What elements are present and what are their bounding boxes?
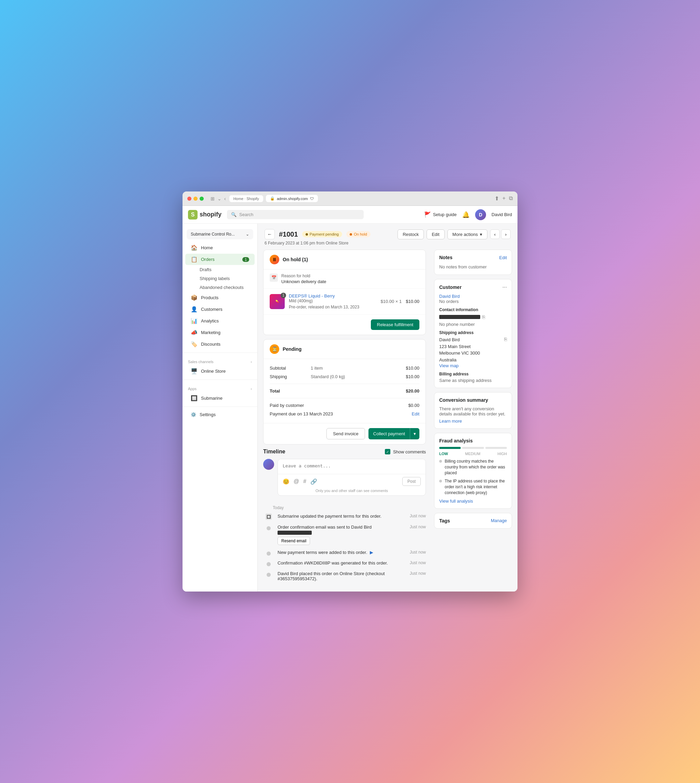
timeline-header: Timeline ✓ Show comments [263, 449, 426, 455]
event-content-1: Submarine updated the payment terms for … [278, 514, 426, 519]
sidebar-item-settings[interactable]: ⚙️ Settings [185, 410, 255, 419]
collect-payment-button[interactable]: Collect payment ▾ [368, 428, 419, 439]
search-bar[interactable]: 🔍 Search [227, 210, 364, 219]
comment-input[interactable] [278, 459, 425, 472]
sidebar-item-marketing[interactable]: 📣 Marketing [185, 327, 255, 338]
customer-more-icon[interactable]: ··· [502, 284, 507, 290]
view-map-link[interactable]: View map [439, 363, 507, 368]
active-tab[interactable]: 🔒 admin.shopify.com 🛡 [266, 195, 318, 202]
sidebar-item-shipping-labels[interactable]: Shipping labels [185, 274, 255, 283]
pending-body: Subtotal 1 item $10.00 Shipping Standard… [263, 359, 425, 423]
minimize-dot[interactable] [193, 197, 198, 201]
sidebar-item-customers[interactable]: 👤 Customers [185, 304, 255, 315]
chevron-down-icon[interactable]: ⌄ [217, 196, 222, 201]
browser-url-bar: Home · Shopify 🔒 admin.shopify.com 🛡 [229, 195, 491, 202]
back-icon[interactable]: ‹ [224, 196, 226, 201]
fraud-label-medium: MEDIUM [465, 452, 480, 456]
avatar[interactable]: D [475, 209, 486, 220]
post-button[interactable]: Post [402, 477, 421, 486]
show-comments-toggle[interactable]: ✓ Show comments [385, 449, 426, 454]
manage-tags-link[interactable]: Manage [491, 518, 507, 523]
expand-icon-apps[interactable]: › [250, 387, 252, 391]
notes-edit-link[interactable]: Edit [499, 255, 507, 260]
hashtag-icon[interactable]: # [303, 478, 306, 484]
show-comments-checkbox[interactable]: ✓ [385, 449, 390, 454]
sidebar-item-orders[interactable]: 📋 Orders 1 [185, 254, 255, 265]
setup-guide[interactable]: 🚩 Setup guide [424, 211, 457, 218]
browser-controls: ⊞ ⌄ ‹ [210, 196, 226, 201]
attachment-icon[interactable]: 🔗 [310, 478, 317, 485]
copy-icon[interactable]: ⎘ [482, 314, 485, 320]
send-invoice-button[interactable]: Send invoice [327, 428, 365, 439]
maximize-dot[interactable] [200, 197, 204, 201]
sidebar-item-abandoned-checkouts[interactable]: Abandoned checkouts [185, 283, 255, 292]
edit-button[interactable]: Edit [427, 229, 444, 239]
sidebar-toggle-icon[interactable]: ⊞ [210, 196, 215, 201]
sidebar-item-products[interactable]: 📦 Products [185, 292, 255, 303]
event-text-5: David Bird placed this order on Online S… [278, 571, 407, 581]
product-total: $10.00 [406, 299, 419, 304]
paid-row: Paid by customer $0.00 [270, 401, 419, 410]
event-text-2: Order confirmation email was sent to Dav… [278, 524, 407, 535]
sidebar-item-home[interactable]: 🏠 Home [185, 242, 255, 253]
fraud-card: Fraud analysis LOW MEDIUM HIGH [434, 433, 512, 509]
product-name[interactable]: DEEPS® Liquid - Berry [289, 293, 376, 299]
event-dot-3 [267, 551, 271, 556]
share-icon[interactable]: ⬆ [495, 195, 499, 202]
home-tab[interactable]: Home · Shopify [229, 195, 263, 202]
fraud-item-2: The IP address used to place the order i… [439, 478, 507, 496]
expand-icon[interactable]: › [250, 360, 252, 364]
pending-title: Pending [283, 346, 302, 352]
hold-reason: 📅 Reason for hold Unknown delivery date [263, 269, 425, 289]
sidebar-section-apps: Apps › [183, 382, 257, 392]
billing-address-text: Same as shipping address [439, 378, 507, 383]
shopify-logo: S shopify [188, 210, 222, 220]
shipping-address-title: Shipping address [439, 330, 507, 335]
copy-address-icon[interactable]: ⎘ [504, 336, 507, 342]
new-tab-icon[interactable]: + [502, 195, 505, 202]
learn-more-link[interactable]: Learn more [439, 419, 507, 424]
next-order-button[interactable]: › [501, 229, 511, 239]
hold-reason-value: Unknown delivery date [281, 279, 327, 284]
emoji-icon[interactable]: 😊 [283, 478, 290, 485]
restock-button[interactable]: Restock [398, 229, 424, 239]
bell-icon[interactable]: 🔔 [462, 211, 470, 219]
expand-event-link[interactable]: ▶ [370, 550, 373, 555]
customer-title: Customer [439, 284, 462, 290]
sidebar-label-discounts: Discounts [201, 342, 220, 347]
tags-card: Tags Manage [434, 513, 512, 529]
on-hold-icon: ⏸ [270, 255, 279, 264]
tabs-icon[interactable]: ⧉ [509, 195, 513, 202]
back-button[interactable]: ← [265, 229, 275, 239]
sidebar-item-analytics[interactable]: 📊 Analytics [185, 315, 255, 327]
view-full-analysis-link[interactable]: View full analysis [439, 499, 507, 504]
collect-payment-arrow[interactable]: ▾ [410, 428, 419, 439]
fraud-bar-container [439, 447, 507, 449]
on-hold-card: ⏸ On hold (1) 📅 Reason for hold Unknown … [263, 250, 426, 335]
sidebar-item-discounts[interactable]: 🏷️ Discounts [185, 339, 255, 350]
customer-orders: No orders [439, 299, 507, 304]
product-info: DEEPS® Liquid - Berry Mild (400mg) Pre-o… [289, 293, 376, 309]
event-text-4: Confirmation #WKD8DII8P was generated fo… [278, 560, 388, 566]
mention-icon[interactable]: @ [293, 478, 299, 484]
online-store-icon: 🖥️ [191, 368, 198, 374]
prev-order-button[interactable]: ‹ [490, 229, 500, 239]
product-quantity-badge: 1 [281, 293, 286, 298]
sidebar-item-online-store[interactable]: 🖥️ Online Store [185, 366, 255, 377]
two-col-layout: ⏸ On hold (1) 📅 Reason for hold Unknown … [263, 250, 512, 586]
sidebar-item-submarine[interactable]: 🔲 Submarine [185, 392, 255, 404]
store-selector[interactable]: Submarine Control Ro... ⌄ [187, 229, 253, 239]
release-fulfillment-button[interactable]: Release fulfillment [371, 319, 419, 330]
more-actions-button[interactable]: More actions ▾ [447, 229, 487, 239]
fraud-item-1: Billing country matches the country from… [439, 459, 507, 476]
customer-name-link[interactable]: David Bird [439, 294, 507, 299]
collect-payment-label: Collect payment [368, 428, 410, 439]
fraud-title: Fraud analysis [439, 438, 473, 444]
close-dot[interactable] [187, 197, 192, 201]
due-edit-link[interactable]: Edit [412, 411, 419, 416]
sidebar-item-drafts[interactable]: Drafts [185, 265, 255, 274]
event-time-5: Just now [410, 571, 426, 576]
sidebar-label-marketing: Marketing [201, 330, 220, 335]
resend-email-button[interactable]: Resend email [278, 537, 310, 545]
event-dot-4 [267, 562, 271, 566]
